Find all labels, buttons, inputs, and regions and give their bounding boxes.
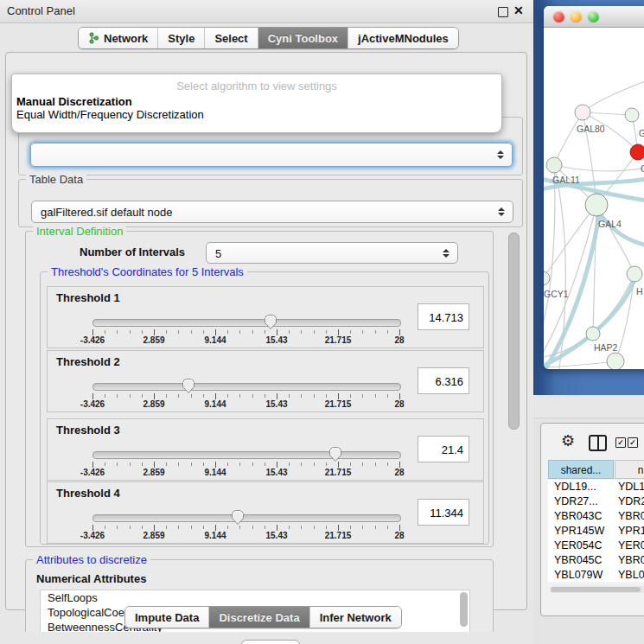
- algorithm-combo[interactable]: [30, 143, 513, 167]
- table-row[interactable]: YBR043CYBR0: [548, 509, 644, 524]
- threshold-slider[interactable]: [92, 383, 401, 391]
- tick-label: 28: [394, 468, 404, 477]
- table-row[interactable]: YBR045CYBR0: [548, 553, 644, 568]
- tick-label-row: -3.4262.8599.14415.4321.71528: [92, 399, 399, 410]
- tab-discretize-data[interactable]: Discretize Data: [209, 607, 309, 628]
- cell-name: YBL0: [615, 568, 644, 582]
- tick-label: 15.43: [265, 399, 287, 409]
- cell-name: YBR0: [615, 553, 644, 568]
- tab-infer-network[interactable]: Infer Network: [310, 607, 401, 628]
- tick-label: 9.144: [204, 399, 226, 409]
- combo-arrows-icon: [443, 249, 450, 258]
- threshold-value-field[interactable]: 21.4: [418, 436, 469, 462]
- algorithm-option-list: Manual DiscretizationEqual Width/Frequen…: [15, 95, 499, 121]
- combo-arrows-icon: [498, 207, 505, 216]
- network-icon: [88, 32, 99, 44]
- tab-impute-data[interactable]: Impute Data: [125, 607, 209, 628]
- cell-name: YDR2: [615, 494, 644, 509]
- threshold-box: Threshold 2 -3.4262.8599.14415.4321.7152…: [47, 350, 484, 412]
- network-graph[interactable]: GAL80 GAL11 GAL4 GCY1 HAP2 GA C H: [544, 27, 644, 369]
- node-label: GAL11: [552, 175, 580, 185]
- table-data-combo-value: galFiltered.sif default node: [41, 201, 172, 224]
- tick-label: 2.859: [143, 399, 164, 409]
- node: [625, 108, 639, 122]
- apply-button[interactable]: Apply: [241, 640, 300, 644]
- cell-shared-name: YBL079W: [548, 568, 615, 582]
- column-header-shared-name[interactable]: shared...: [548, 460, 614, 479]
- algorithm-option[interactable]: Equal Width/Frequency Discretization: [15, 108, 499, 121]
- cell-name: YBR0: [615, 509, 644, 524]
- column-header-name[interactable]: n: [615, 460, 644, 479]
- tab-cyni-toolbox[interactable]: Cyni Toolbox: [258, 28, 348, 48]
- interval-definition-group: Interval Definition Number of Intervals …: [25, 231, 494, 547]
- table-data-combo[interactable]: galFiltered.sif default node: [31, 201, 513, 223]
- threshold-slider[interactable]: [92, 451, 401, 459]
- list-scrollbar[interactable]: [460, 592, 468, 627]
- node: [627, 266, 642, 282]
- checkbox-icon[interactable]: ✓: [615, 437, 626, 448]
- threshold-slider[interactable]: [92, 514, 401, 522]
- tab-network[interactable]: Network: [79, 28, 158, 48]
- tick-label: 21.715: [325, 468, 352, 477]
- table-data-group: Table Data galFiltered.sif default node: [18, 179, 523, 227]
- close-icon[interactable]: ✕: [513, 3, 524, 17]
- threshold-value-field[interactable]: 14.713: [418, 303, 469, 330]
- minimize-traffic-light-icon[interactable]: [571, 11, 582, 22]
- top-tab-strip: NetworkStyleSelectCyni ToolboxjActiveMNo…: [78, 27, 459, 49]
- slider-thumb-icon[interactable]: [264, 314, 277, 330]
- tab-label: jActiveMNodules: [358, 32, 449, 45]
- network-window-titlebar[interactable]: [544, 6, 644, 28]
- close-traffic-light-icon[interactable]: [553, 11, 564, 22]
- node-gcy1: [544, 271, 550, 285]
- zoom-traffic-light-icon[interactable]: [588, 11, 599, 22]
- tab-style[interactable]: Style: [158, 28, 205, 48]
- tab-label: Infer Network: [320, 611, 392, 624]
- node-hap2: [586, 327, 600, 341]
- table-row[interactable]: YPR145WYPR1: [548, 524, 644, 539]
- tick-label: -3.426: [80, 468, 105, 477]
- algorithm-hint-text: Select algorithm to view settings: [12, 80, 501, 92]
- float-window-icon[interactable]: [498, 7, 508, 17]
- node-label: HAP2: [594, 342, 618, 353]
- split-view-icon[interactable]: [589, 435, 607, 451]
- tick-label: 2.859: [143, 531, 164, 540]
- table-row[interactable]: YDL19...YDL1: [548, 480, 644, 494]
- control-panel-titlebar: Control Panel ✕: [0, 0, 533, 23]
- thresholds-group-title: Threshold's Coordinates for 5 Intervals: [48, 265, 247, 278]
- tab-select[interactable]: Select: [205, 28, 258, 48]
- network-edges: [544, 79, 644, 369]
- threshold-label: Threshold 2: [56, 355, 120, 368]
- tab-jactivemnodules[interactable]: jActiveMNodules: [348, 28, 458, 48]
- threshold-value-field[interactable]: 6.316: [418, 367, 469, 394]
- slider-thumb-icon[interactable]: [328, 446, 342, 462]
- settings-scroll-viewport: Interval Definition Number of Intervals …: [18, 224, 523, 632]
- gear-icon[interactable]: ⚙: [561, 433, 575, 449]
- table-row[interactable]: YDR27...YDR2: [548, 494, 644, 509]
- table-row[interactable]: YBL079WYBL0: [548, 568, 644, 582]
- cell-shared-name: YDL19...: [548, 480, 615, 494]
- number-of-intervals-combo[interactable]: 5: [206, 242, 458, 264]
- cell-name: YER0: [615, 539, 644, 553]
- tick-label: 2.859: [143, 468, 164, 477]
- tick-label: 21.715: [325, 335, 352, 345]
- threshold-value-field[interactable]: 11.344: [418, 499, 469, 526]
- tick-label: 21.715: [325, 531, 352, 540]
- panel-scrollbar[interactable]: [508, 233, 520, 430]
- tab-label: Discretize Data: [219, 611, 299, 624]
- cell-shared-name: YBR045C: [548, 553, 615, 568]
- table-data-group-title: Table Data: [26, 173, 86, 186]
- slider-thumb-icon[interactable]: [182, 378, 195, 394]
- table-row[interactable]: YER054CYER0: [548, 539, 644, 553]
- node-table: shared... n YDL19...YDL1YDR27...YDR2YBR0…: [548, 460, 644, 598]
- attribute-item[interactable]: SelfLoops: [41, 590, 469, 605]
- cell-name: YDL1: [615, 480, 644, 494]
- algorithm-option[interactable]: Manual Discretization: [15, 95, 499, 108]
- combo-arrows-icon: [497, 150, 504, 159]
- tab-label: Select: [214, 32, 247, 45]
- cell-shared-name: YBR043C: [548, 509, 615, 524]
- threshold-slider[interactable]: [92, 319, 401, 327]
- horizontal-scrollbar[interactable]: [550, 586, 644, 593]
- tick-label-row: -3.4262.8599.14415.4321.71528: [92, 468, 399, 478]
- checkbox-icon[interactable]: ✓: [628, 437, 638, 448]
- slider-thumb-icon[interactable]: [231, 509, 245, 526]
